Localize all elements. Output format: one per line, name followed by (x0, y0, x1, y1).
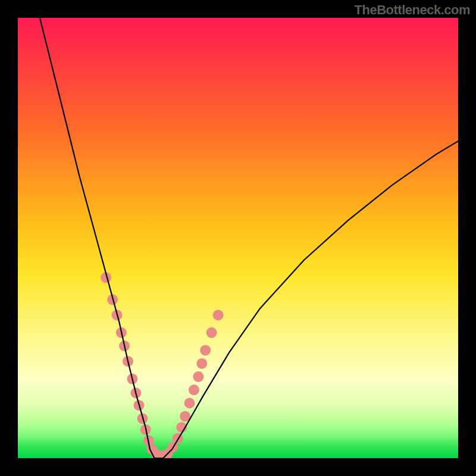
plot-area (18, 18, 458, 458)
chart-container: TheBottleneck.com (0, 0, 476, 476)
data-point (189, 384, 199, 395)
data-point (130, 388, 141, 399)
data-point (143, 435, 154, 446)
data-point (127, 374, 137, 384)
data-point (151, 449, 162, 458)
data-point (101, 273, 111, 283)
data-point (173, 433, 183, 444)
data-point (168, 442, 178, 453)
marker-layer (101, 273, 224, 458)
data-point (116, 327, 127, 338)
data-point (162, 449, 173, 458)
data-point (200, 345, 211, 356)
data-point (213, 310, 224, 321)
watermark-text: TheBottleneck.com (355, 2, 470, 18)
data-point (123, 356, 133, 367)
data-point (206, 327, 217, 338)
data-point (107, 295, 118, 305)
data-point (193, 371, 203, 382)
data-point (196, 358, 207, 369)
data-point (134, 400, 145, 411)
data-point (137, 413, 148, 424)
data-point (176, 422, 187, 433)
data-point (157, 450, 168, 458)
data-point (112, 310, 123, 321)
chart-svg (18, 18, 458, 458)
data-point (140, 424, 151, 435)
data-point (147, 444, 158, 455)
data-point (180, 411, 190, 422)
data-point (184, 398, 195, 409)
data-point (119, 340, 130, 351)
bottleneck-curve (40, 18, 458, 458)
